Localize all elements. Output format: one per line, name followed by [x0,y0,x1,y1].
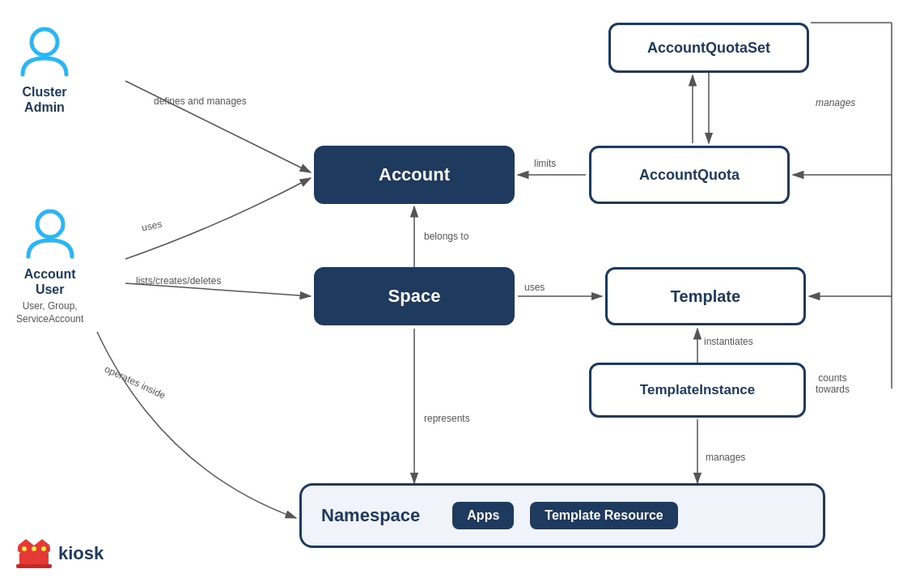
account-node: Account [314,146,515,204]
belongs-to-label: belongs to [424,231,468,242]
instantiates-label: instantiates [704,336,753,347]
kiosk-label: kiosk [58,543,104,564]
account-user-actor: AccountUser User, Group, ServiceAccount [16,206,83,326]
namespace-node: Namespace Apps Template Resource [299,483,825,548]
counts-towards-label: counts towards [816,372,850,395]
template-node: Template [605,267,806,325]
svg-marker-25 [18,539,34,546]
represents-label: represents [424,413,470,424]
account-quota-node: AccountQuota [589,146,790,204]
operates-inside-label: operates inside [103,363,167,401]
template-resource-badge: Template Resource [530,502,677,529]
space-node: Space [314,267,515,325]
cluster-admin-icon [16,24,73,81]
svg-marker-26 [34,539,50,546]
template-instance-node: TemplateInstance [589,363,806,418]
account-user-sublabel: User, Group, ServiceAccount [16,300,83,325]
account-user-label: AccountUser [24,266,76,297]
cluster-admin-actor: Cluster Admin [16,24,73,115]
kiosk-logo: kiosk [16,537,104,570]
svg-point-23 [32,546,36,551]
svg-point-24 [41,546,46,551]
manages-right-label: manages [816,97,855,108]
svg-point-22 [22,546,27,551]
lists-creates-deletes-label: lists/creates/deletes [136,275,221,287]
defines-manages-label: defines and manages [154,96,247,107]
namespace-label: Namespace [321,505,420,526]
apps-badge: Apps [452,502,514,529]
manages-namespace-label: manages [706,452,745,463]
uses-template-label: uses [524,282,545,293]
uses-account-label: uses [141,219,163,234]
svg-line-3 [125,81,311,172]
diagram-container: Cluster Admin AccountUser User, Group, S… [0,0,924,586]
cluster-admin-label: Cluster Admin [22,84,66,115]
kiosk-icon [16,537,52,570]
account-quota-set-node: AccountQuotaSet [608,23,809,73]
limits-label: limits [534,158,556,169]
svg-point-17 [32,29,57,55]
svg-point-18 [37,211,63,237]
account-user-icon [22,206,78,263]
svg-rect-21 [16,564,52,568]
